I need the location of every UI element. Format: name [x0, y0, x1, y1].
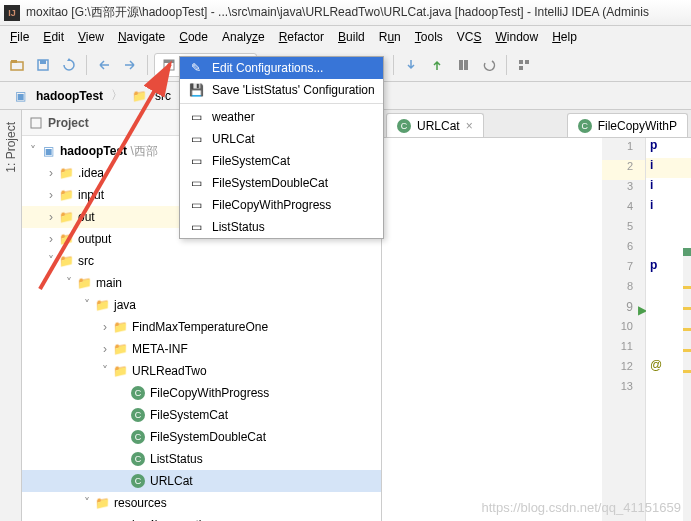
menu-vcs[interactable]: VCS — [451, 28, 488, 46]
dd-config-item[interactable]: ▭FileCopyWithProgress — [180, 194, 383, 216]
menu-code[interactable]: Code — [173, 28, 214, 46]
dd-config-item[interactable]: ▭URLCat — [180, 128, 383, 150]
class-icon: C — [131, 474, 145, 488]
tree-class-c1[interactable]: CFileCopyWithProgress — [22, 382, 381, 404]
structure-icon[interactable] — [513, 54, 535, 76]
svg-rect-1 — [11, 60, 17, 63]
menu-build[interactable]: Build — [332, 28, 371, 46]
svg-rect-13 — [464, 60, 468, 70]
redo-icon[interactable] — [119, 54, 141, 76]
class-icon: C — [131, 386, 145, 400]
dd-save-configuration[interactable]: 💾 Save 'ListStatus' Configuration — [180, 79, 383, 101]
class-icon: C — [131, 430, 145, 444]
properties-icon: ≡ — [112, 517, 128, 521]
editor-marker-strip[interactable] — [683, 248, 691, 521]
undo-icon[interactable] — [93, 54, 115, 76]
menu-file[interactable]: File — [4, 28, 35, 46]
tree-node-java[interactable]: ˅📁java — [22, 294, 381, 316]
editor-area: C URLCat × C FileCopyWithP 1 2 3 4 5 6 7… — [382, 110, 691, 521]
tree-node-pkg2[interactable]: ›📁META-INF — [22, 338, 381, 360]
dd-separator — [180, 103, 383, 104]
tree-class-c5[interactable]: CURLCat — [22, 470, 381, 492]
menu-tools[interactable]: Tools — [409, 28, 449, 46]
menu-navigate[interactable]: Navigate — [112, 28, 171, 46]
tree-node-resources[interactable]: ˅📁resources — [22, 492, 381, 514]
vcs-revert-icon[interactable] — [478, 54, 500, 76]
editor-tab-right[interactable]: C FileCopyWithP — [567, 113, 688, 137]
dd-config-item[interactable]: ▭ListStatus — [180, 216, 383, 238]
crumb-sep-icon: 〉 — [111, 87, 123, 104]
menu-window[interactable]: Window — [489, 28, 544, 46]
class-icon: C — [397, 119, 411, 133]
menu-run[interactable]: Run — [373, 28, 407, 46]
line-number: 1 — [602, 140, 645, 160]
menu-edit[interactable]: Edit — [37, 28, 70, 46]
svg-rect-12 — [459, 60, 463, 70]
application-icon: ▭ — [188, 110, 204, 124]
application-icon — [163, 59, 175, 71]
tree-class-c3[interactable]: CFileSystemDoubleCat — [22, 426, 381, 448]
tree-node-pkg3[interactable]: ˅📁URLReadTwo — [22, 360, 381, 382]
watermark: https://blog.csdn.net/qq_41151659 — [482, 500, 682, 515]
refresh-icon[interactable] — [58, 54, 80, 76]
close-icon[interactable]: × — [466, 119, 473, 133]
resources-folder-icon: 📁 — [94, 495, 110, 511]
svg-rect-15 — [525, 60, 529, 64]
app-icon: IJ — [4, 5, 20, 21]
editor-tab-urlcat[interactable]: C URLCat × — [386, 113, 484, 137]
editor-gutter[interactable]: 1 2 3 4 5 6 7 8 9▶ 10 11 12 13 — [602, 138, 646, 521]
svg-rect-3 — [40, 60, 46, 64]
module-icon: ▣ — [40, 143, 56, 159]
class-icon: C — [578, 119, 592, 133]
project-view-icon — [30, 117, 42, 129]
line-number: 5 — [602, 220, 645, 240]
menu-help[interactable]: Help — [546, 28, 583, 46]
project-tool-tab[interactable]: 1: Project — [2, 114, 20, 181]
line-number: 13 — [602, 380, 645, 400]
run-config-dropdown: ✎ Edit Configurations... 💾 Save 'ListSta… — [179, 56, 384, 239]
application-icon: ▭ — [188, 154, 204, 168]
vcs-commit-icon[interactable] — [426, 54, 448, 76]
editor-tabs: C URLCat × C FileCopyWithP — [382, 110, 691, 138]
tree-node-main[interactable]: ˅📁main — [22, 272, 381, 294]
line-number: 7 — [602, 260, 645, 280]
crumb-project[interactable]: ▣ hadoopTest — [6, 86, 109, 106]
dd-config-item[interactable]: ▭weather — [180, 106, 383, 128]
tree-file-log4j[interactable]: ≡log4j.properties — [22, 514, 381, 521]
crumb-src-label: src — [155, 89, 171, 103]
save-icon[interactable] — [32, 54, 54, 76]
svg-rect-16 — [519, 66, 523, 70]
dd-config-item[interactable]: ▭FileSystemDoubleCat — [180, 172, 383, 194]
line-number: 8 — [602, 280, 645, 300]
dd-edit-configurations[interactable]: ✎ Edit Configurations... — [180, 57, 383, 79]
folder-icon: 📁 — [76, 275, 92, 291]
dd-config-item[interactable]: ▭FileSystemCat — [180, 150, 383, 172]
window-title: moxitao [G:\西部开源\hadoopTest] - ...\src\m… — [26, 4, 649, 21]
package-icon: 📁 — [112, 363, 128, 379]
folder-icon: 📁 — [58, 165, 74, 181]
application-icon: ▭ — [188, 176, 204, 190]
menu-analyze[interactable]: Analyze — [216, 28, 271, 46]
menu-refactor[interactable]: Refactor — [273, 28, 330, 46]
svg-rect-17 — [31, 118, 41, 128]
menu-view[interactable]: View — [72, 28, 110, 46]
folder-icon: 📁 — [131, 88, 147, 104]
tree-node-src[interactable]: ˅📁src — [22, 250, 381, 272]
crumb-project-label: hadoopTest — [36, 89, 103, 103]
folder-icon: 📁 — [58, 253, 74, 269]
vcs-update-icon[interactable] — [400, 54, 422, 76]
tree-class-c2[interactable]: CFileSystemCat — [22, 404, 381, 426]
crumb-src[interactable]: 📁 src — [125, 86, 177, 106]
tree-node-pkg1[interactable]: ›📁FindMaxTemperatureOne — [22, 316, 381, 338]
application-icon: ▭ — [188, 198, 204, 212]
edit-icon: ✎ — [188, 61, 204, 75]
vcs-history-icon[interactable] — [452, 54, 474, 76]
svg-rect-5 — [164, 60, 174, 63]
titlebar: IJ moxitao [G:\西部开源\hadoopTest] - ...\sr… — [0, 0, 691, 26]
line-number: 6 — [602, 240, 645, 260]
tree-class-c4[interactable]: CListStatus — [22, 448, 381, 470]
line-number: 3 — [602, 180, 645, 200]
open-icon[interactable] — [6, 54, 28, 76]
svg-rect-0 — [11, 62, 23, 70]
line-number: 9▶ — [602, 300, 645, 320]
